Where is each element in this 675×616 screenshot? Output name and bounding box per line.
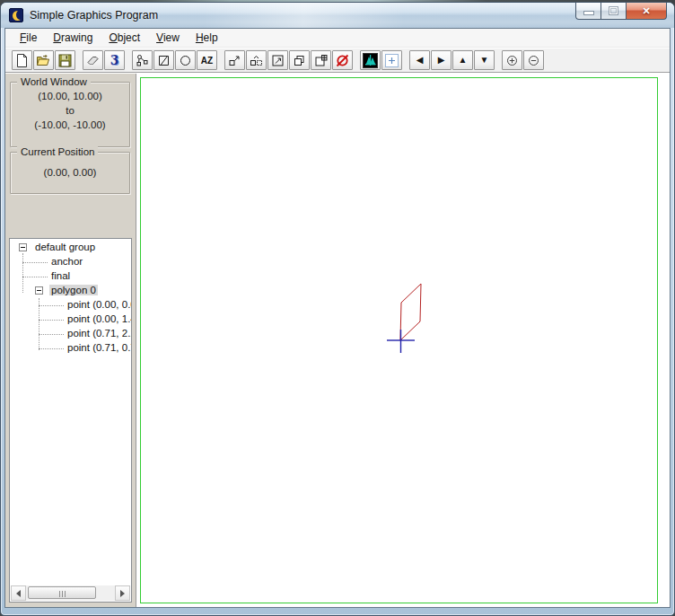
toolbar: 3 AZ	[5, 48, 670, 73]
app-window: Simple Graphics Program ✕ FileDrawingObj…	[0, 2, 675, 616]
zoom-out-button[interactable]	[523, 50, 544, 70]
polygon-tool-button[interactable]	[153, 50, 174, 70]
tree-item-label[interactable]: point (0.71, 0.7	[67, 342, 132, 353]
tree-connector	[39, 320, 64, 321]
tree-connector	[39, 348, 64, 349]
menu-item-view[interactable]: View	[148, 30, 188, 47]
scroll-left-icon	[16, 590, 21, 597]
window-title: Simple Graphics Program	[30, 9, 158, 22]
mirror-icon	[363, 53, 378, 68]
eraser-icon	[85, 53, 101, 68]
tree-item-final[interactable]: final	[10, 269, 131, 284]
drawing-canvas[interactable]	[137, 74, 670, 607]
curve-icon: 3	[110, 53, 119, 67]
enlarge-icon	[270, 53, 285, 68]
move-left-button[interactable]: ◀	[409, 50, 430, 70]
eraser-button[interactable]	[83, 50, 103, 70]
collapse-icon[interactable]	[19, 243, 27, 251]
tree-item-anchor[interactable]: anchor	[10, 255, 131, 269]
duplicate-up-icon	[249, 53, 264, 68]
move-right-button[interactable]: ▶	[431, 50, 451, 70]
transform-toolbar-group	[224, 50, 354, 70]
tree-item-label[interactable]: final	[51, 270, 70, 281]
mirror-button[interactable]	[360, 50, 381, 70]
tree-item-label[interactable]: anchor	[51, 256, 83, 267]
tree-item-polygon-0[interactable]: polygon 0	[10, 284, 131, 298]
minimize-button[interactable]	[575, 3, 601, 20]
polygon-shape[interactable]	[400, 284, 421, 340]
ellipse-tool-icon	[178, 53, 193, 68]
tree-connector	[39, 305, 64, 306]
scroll-right-button[interactable]	[115, 585, 130, 601]
tree-item-point-0-71-2-1[interactable]: point (0.71, 2.1	[10, 327, 131, 341]
world-window-to: (-10.00, -10.00)	[11, 119, 129, 130]
tree-item-label[interactable]: point (0.71, 2.1	[67, 328, 132, 339]
tree-item-label[interactable]: point (0.00, 0.0	[67, 299, 132, 310]
content-area: World Window (10.00, 10.00) to (-10.00, …	[5, 74, 670, 607]
vertex-tool-icon	[135, 53, 150, 68]
paste-shape-button[interactable]	[311, 50, 331, 70]
title-bar[interactable]: Simple Graphics Program ✕	[1, 3, 674, 28]
move-down-button[interactable]: ▼	[474, 50, 495, 70]
tree-item-point-0-71-0-7[interactable]: point (0.71, 0.7	[10, 341, 131, 356]
tree-guide	[39, 298, 39, 350]
copy-shape-button[interactable]	[289, 50, 310, 70]
current-position-groupbox: Current Position (0.00, 0.00)	[10, 152, 130, 194]
new-button[interactable]	[12, 50, 32, 70]
tree-item-point-0-00-0-0[interactable]: point (0.00, 0.0	[10, 298, 131, 312]
save-button[interactable]	[55, 50, 75, 70]
grip-icon	[58, 585, 66, 601]
tree-horizontal-scrollbar[interactable]	[11, 585, 130, 601]
tree-item-label[interactable]: polygon 0	[49, 285, 98, 295]
object-tree[interactable]: default groupanchorfinalpolygon 0point (…	[9, 238, 132, 603]
current-position-value: (0.00, 0.00)	[11, 167, 129, 178]
tree-connector	[22, 277, 48, 277]
scroll-left-button[interactable]	[11, 585, 26, 601]
duplicate-up-button[interactable]	[246, 50, 267, 70]
tree-item-point-0-00-1-4[interactable]: point (0.00, 1.4	[10, 312, 131, 327]
menu-item-object[interactable]: Object	[101, 30, 148, 47]
current-position-label: Current Position	[17, 146, 98, 157]
move-toolbar-group: ◀ ▶ ▲ ▼	[409, 50, 495, 70]
drawing-layer	[137, 74, 670, 607]
edit-toolbar-group: 3	[83, 50, 126, 70]
shape-toolbar-group: AZ	[132, 50, 218, 70]
tree-connector	[22, 262, 48, 263]
add-point-button[interactable]	[381, 50, 402, 70]
window-controls: ✕	[575, 3, 667, 20]
scrollbar-thumb[interactable]	[28, 586, 96, 599]
tree-item-label[interactable]: default group	[35, 242, 95, 252]
close-icon: ✕	[642, 5, 650, 17]
scrollbar-track[interactable]	[26, 585, 115, 601]
tree-item-label[interactable]: point (0.00, 1.4	[67, 313, 132, 324]
menu-item-drawing[interactable]: Drawing	[45, 30, 101, 47]
minimize-icon	[584, 12, 593, 14]
vertex-tool-button[interactable]	[132, 50, 153, 70]
curve-button[interactable]: 3	[104, 50, 125, 70]
copy-shape-icon	[292, 53, 307, 68]
world-window-label: World Window	[17, 76, 91, 87]
ellipse-tool-button[interactable]	[175, 50, 196, 70]
close-button[interactable]: ✕	[627, 3, 667, 20]
zoom-in-button[interactable]	[502, 50, 522, 70]
maximize-button[interactable]	[601, 3, 627, 20]
save-icon	[57, 53, 73, 68]
enlarge-button[interactable]	[267, 50, 288, 70]
text-tool-button[interactable]: AZ	[197, 50, 217, 70]
paste-shape-icon	[313, 53, 329, 68]
menu-item-help[interactable]: Help	[188, 30, 226, 47]
sidebar: World Window (10.00, 10.00) to (-10.00, …	[5, 74, 136, 607]
zoom-out-icon	[526, 53, 541, 68]
file-toolbar-group	[12, 50, 76, 70]
move-up-button[interactable]: ▲	[452, 50, 473, 70]
delete-button[interactable]	[332, 50, 353, 70]
move-up-icon: ▲	[459, 56, 468, 65]
scale-up-button[interactable]	[224, 50, 245, 70]
collapse-icon[interactable]	[35, 286, 43, 295]
tree-item-default-group[interactable]: default group	[10, 241, 131, 255]
move-down-icon: ▼	[480, 56, 489, 65]
world-window-groupbox: World Window (10.00, 10.00) to (-10.00, …	[10, 82, 130, 147]
open-button[interactable]	[33, 50, 54, 70]
crescent-icon	[13, 11, 22, 21]
menu-item-file[interactable]: File	[12, 30, 45, 47]
